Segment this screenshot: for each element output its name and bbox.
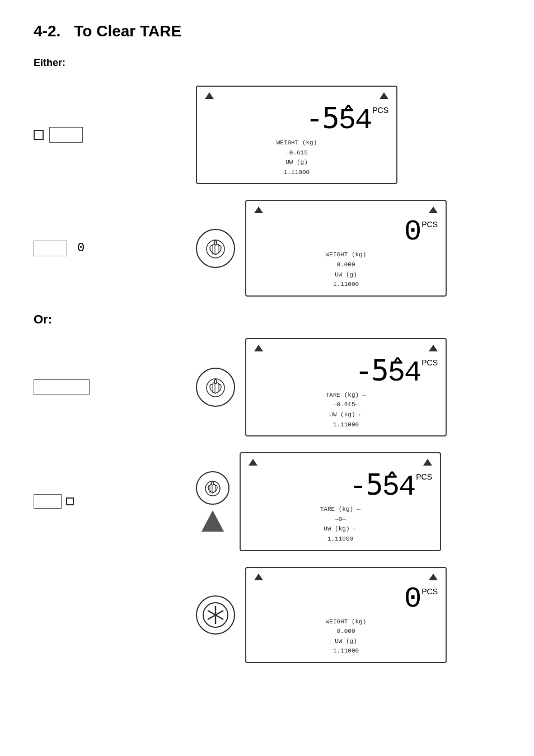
step2-circle-btn[interactable] bbox=[196, 229, 235, 268]
svg-point-4 bbox=[207, 379, 224, 397]
step-3-right: -5̂54 PCS TARE (kg) ← →0.615← UW (kg) ← … bbox=[196, 338, 447, 436]
page: 4-2. To Clear TARE Either: -5̂54 PCS WEI… bbox=[0, 0, 534, 756]
screen-1-arrows bbox=[205, 92, 388, 99]
screen-5: 0 PCS WEIGHT (kg) 0.000 UW (g) 1.11000 bbox=[245, 567, 447, 663]
big-arrow-up bbox=[202, 510, 224, 532]
screen-4: -5̂54 PCS TARE (kg) ← →0← UW (kg) ← 1.11… bbox=[240, 452, 441, 551]
step4-checkbox bbox=[66, 497, 74, 505]
step4-arrow-container bbox=[202, 510, 224, 532]
screen-4-sub: TARE (kg) ← →0← UW (kg) ← 1.11000 bbox=[249, 505, 432, 544]
arrow-up-left-1 bbox=[205, 92, 214, 99]
arrow-up-left-2 bbox=[254, 206, 263, 213]
step-2-left: 0 bbox=[34, 241, 196, 256]
arrow-up-left-5 bbox=[254, 574, 263, 580]
step-2-right: 0 PCS WEIGHT (kg) 0.000 UW (g) 1.11000 bbox=[196, 200, 447, 296]
step-4-left bbox=[34, 494, 196, 509]
step-1-left bbox=[34, 127, 196, 143]
screen-1-pcs: PCS bbox=[372, 106, 388, 115]
step-3-left bbox=[34, 379, 196, 395]
screen-2-value-area: 0 PCS bbox=[254, 215, 438, 249]
finger-press-icon-4 bbox=[203, 478, 222, 497]
screen-5-sub: WEIGHT (kg) 0.000 UW (g) 1.11000 bbox=[254, 617, 438, 656]
star-asterisk-icon bbox=[202, 602, 229, 628]
screen-1-main-value: -5̂54 bbox=[306, 101, 371, 137]
step2-button[interactable] bbox=[34, 241, 67, 256]
screen-2-sub: WEIGHT (kg) 0.000 UW (g) 1.11000 bbox=[254, 250, 438, 289]
checkbox-icon bbox=[34, 130, 44, 140]
screen-1: -5̂54 PCS WEIGHT (kg) -0.615 UW (g) 1.11… bbox=[196, 86, 397, 184]
step-4-block: -5̂54 PCS TARE (kg) ← →0← UW (kg) ← 1.11… bbox=[34, 452, 500, 551]
arrow-up-left-3 bbox=[254, 345, 263, 351]
screen-4-value-area: -5̂54 PCS bbox=[249, 468, 432, 504]
title-section: 4-2. To Clear TARE bbox=[34, 22, 500, 40]
screen-1-value-area: -5̂54 PCS bbox=[205, 101, 388, 137]
step-1-right: -5̂54 PCS WEIGHT (kg) -0.615 UW (g) 1.11… bbox=[196, 86, 397, 184]
arrow-up-right-3 bbox=[429, 345, 438, 351]
screen-4-arrows bbox=[249, 459, 432, 466]
step5-star-btn[interactable] bbox=[196, 595, 235, 635]
arrow-up-right-5 bbox=[429, 574, 438, 580]
title-text: To Clear TARE bbox=[74, 22, 181, 40]
screen-5-value-area: 0 PCS bbox=[254, 583, 438, 616]
step2-digit: 0 bbox=[77, 241, 85, 255]
step-5-right: 0 PCS WEIGHT (kg) 0.000 UW (g) 1.11000 bbox=[196, 567, 447, 663]
step4-circle-btn[interactable] bbox=[196, 471, 229, 505]
step4-button[interactable] bbox=[34, 494, 62, 509]
svg-point-0 bbox=[207, 240, 224, 258]
screen-5-arrows bbox=[254, 574, 438, 580]
finger-press-icon bbox=[204, 237, 227, 260]
screen-3-pcs: PCS bbox=[421, 358, 438, 367]
screen-2-arrows bbox=[254, 206, 438, 213]
title-number: 4-2. bbox=[34, 22, 60, 40]
arrow-up-left-4 bbox=[249, 459, 257, 466]
step-4-right: -5̂54 PCS TARE (kg) ← →0← UW (kg) ← 1.11… bbox=[196, 452, 441, 551]
screen-4-pcs: PCS bbox=[416, 472, 432, 481]
step-5-block: 0 PCS WEIGHT (kg) 0.000 UW (g) 1.11000 bbox=[34, 567, 500, 663]
screen-2-main-value: 0 bbox=[404, 215, 420, 248]
step3-button[interactable] bbox=[34, 379, 90, 395]
screen-3-value-area: -5̂54 PCS bbox=[254, 354, 438, 389]
screen-4-main-value: -5̂54 bbox=[349, 468, 415, 504]
screen-3-main-value: -5̂54 bbox=[355, 354, 420, 389]
finger-press-icon-3 bbox=[204, 375, 227, 399]
step4-btn-area bbox=[196, 471, 229, 532]
arrow-up-right-4 bbox=[423, 459, 432, 466]
screen-2-pcs: PCS bbox=[421, 220, 438, 229]
screen-5-main-value: 0 bbox=[404, 583, 420, 616]
subtitle: Either: bbox=[34, 57, 500, 69]
svg-point-8 bbox=[205, 481, 220, 496]
or-label: Or: bbox=[34, 312, 500, 327]
screen-3: -5̂54 PCS TARE (kg) ← →0.615← UW (kg) ← … bbox=[245, 338, 447, 436]
screen-5-pcs: PCS bbox=[421, 587, 438, 596]
step-1-block: -5̂54 PCS WEIGHT (kg) -0.615 UW (g) 1.11… bbox=[34, 86, 500, 184]
screen-2: 0 PCS WEIGHT (kg) 0.000 UW (g) 1.11000 bbox=[245, 200, 447, 296]
arrow-up-right-2 bbox=[429, 206, 438, 213]
screen-3-arrows bbox=[254, 345, 438, 351]
screen-1-sub: WEIGHT (kg) -0.615 UW (g) 1.11000 bbox=[205, 138, 388, 177]
step1-button[interactable] bbox=[49, 127, 83, 143]
step-2-block: 0 0 P bbox=[34, 200, 500, 296]
step-3-block: -5̂54 PCS TARE (kg) ← →0.615← UW (kg) ← … bbox=[34, 338, 500, 436]
arrow-up-right-1 bbox=[380, 92, 388, 99]
step3-circle-btn[interactable] bbox=[196, 368, 235, 407]
screen-3-sub: TARE (kg) ← →0.615← UW (kg) ← 1.11000 bbox=[254, 391, 438, 430]
